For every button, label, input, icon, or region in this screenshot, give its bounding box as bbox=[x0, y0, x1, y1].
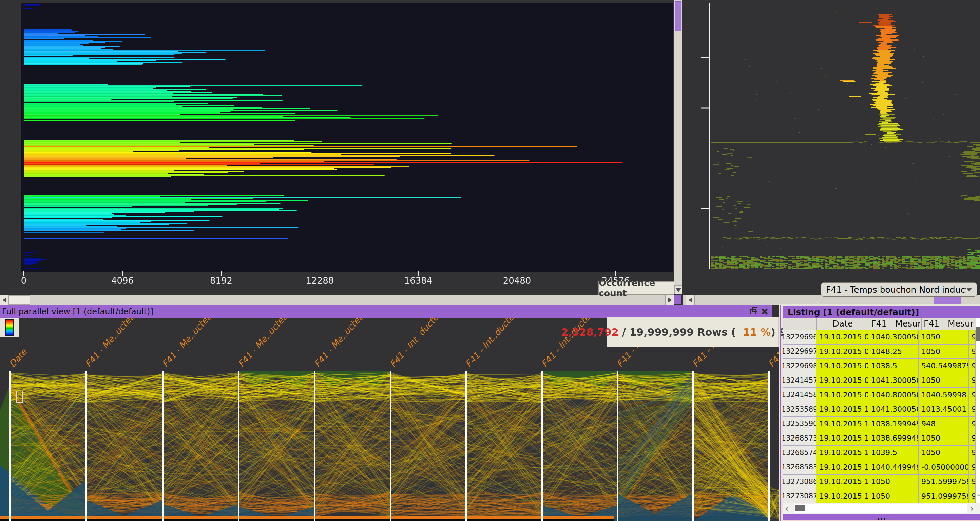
mesure1-cell[interactable]: 1040.4499499... bbox=[869, 460, 919, 475]
mesure1-cell[interactable]: 1040.8000500... bbox=[869, 388, 919, 402]
partial-cell[interactable]: 9 bbox=[969, 446, 975, 460]
listing-vertical-scrollbar[interactable]: ⌄ bbox=[975, 318, 980, 503]
table-row[interactable]: 1327308619.10.2015 17:...1050951.5999759… bbox=[783, 475, 975, 489]
partial-cell[interactable]: 9 bbox=[969, 417, 975, 432]
row-index-cell[interactable]: 13241458 bbox=[783, 388, 816, 402]
mesure2-cell[interactable]: 1050 bbox=[919, 344, 969, 359]
date-cell[interactable]: 19.10.2015 15:... bbox=[816, 431, 869, 446]
header-index[interactable] bbox=[783, 318, 817, 330]
mesure1-cell[interactable]: 1048.25 bbox=[869, 344, 919, 359]
scroll-left-button[interactable]: ‹ bbox=[785, 504, 788, 513]
partial-cell[interactable]: 9 bbox=[969, 388, 975, 402]
mesure2-cell[interactable]: 1050 bbox=[919, 373, 969, 388]
row-index-cell[interactable]: 13268583 bbox=[783, 460, 816, 475]
row-index-cell[interactable]: 13229698 bbox=[783, 359, 816, 373]
date-cell[interactable]: 19.10.2015 17:... bbox=[816, 489, 869, 504]
table-row[interactable]: 1326858319.10.2015 15:...1040.4499499...… bbox=[783, 460, 975, 475]
row-index-cell[interactable]: 13273087 bbox=[783, 489, 816, 504]
mesure1-cell[interactable]: 1040.3000500... bbox=[869, 330, 919, 344]
table-row[interactable]: 1325359019.10.2015 11:...1038.1999499...… bbox=[783, 417, 975, 432]
mesure1-cell[interactable]: 1041.3000500... bbox=[869, 373, 919, 388]
mesure2-cell[interactable]: 951.59997599... bbox=[919, 475, 969, 489]
row-index-cell[interactable]: 13268574 bbox=[783, 446, 816, 460]
row-index-cell[interactable]: 13229697 bbox=[783, 344, 816, 359]
listing-hscroll-thumb[interactable] bbox=[795, 505, 805, 511]
scroll-left-button[interactable] bbox=[686, 295, 695, 305]
date-cell[interactable]: 19.10.2015 08:... bbox=[816, 388, 869, 402]
header-mesure-1[interactable]: F41 - Mesure te bbox=[869, 318, 922, 330]
date-cell[interactable]: 19.10.2015 05:... bbox=[816, 359, 869, 373]
mesure2-cell[interactable]: 1050 bbox=[919, 330, 969, 344]
partial-cell[interactable]: 9 bbox=[969, 344, 975, 359]
mesure2-cell[interactable]: 1050 bbox=[919, 446, 969, 460]
row-index-cell[interactable]: 13268573 bbox=[783, 431, 816, 446]
mesure2-cell[interactable]: 951.09997599... bbox=[919, 489, 969, 504]
mesure1-cell[interactable]: 1041.3000500... bbox=[869, 402, 919, 417]
mesure1-cell[interactable]: 1050 bbox=[869, 475, 919, 489]
date-cell[interactable]: 19.10.2015 08:... bbox=[816, 373, 869, 388]
mesure1-cell[interactable]: 1038.6999499... bbox=[869, 431, 919, 446]
mesure2-cell[interactable]: 1040.59998 bbox=[919, 388, 969, 402]
partial-cell[interactable]: 9 bbox=[969, 373, 975, 388]
restore-window-button[interactable] bbox=[749, 307, 757, 316]
mesure1-cell[interactable]: 1039.5 bbox=[869, 446, 919, 460]
occurrence-count-button[interactable]: Occurrence count bbox=[598, 281, 674, 295]
header-date[interactable]: Date bbox=[817, 318, 869, 330]
close-window-button[interactable]: ❌︎ bbox=[760, 307, 769, 316]
row-index-cell[interactable]: 13253589 bbox=[783, 402, 816, 417]
mesure1-cell[interactable]: 1038.1999499... bbox=[869, 417, 919, 432]
date-cell[interactable]: 19.10.2015 15:... bbox=[816, 446, 869, 460]
mesure2-cell[interactable]: 1013.45001 bbox=[919, 402, 969, 417]
mesure2-cell[interactable]: -0.0500000006... bbox=[919, 460, 969, 475]
timeseries-hscroll-thumb[interactable] bbox=[934, 295, 961, 305]
histogram-vscroll-thumb[interactable] bbox=[675, 2, 681, 31]
date-cell[interactable]: 19.10.2015 05:... bbox=[816, 330, 869, 344]
listing-titlebar[interactable]: Listing [1 (default/default)] bbox=[783, 306, 980, 318]
mesure2-cell[interactable]: 540.54998799... bbox=[919, 359, 969, 373]
series-dropdown[interactable]: F41 - Temps bouchon Nord inducteur 2 bbox=[821, 282, 977, 296]
mesure2-cell[interactable]: 948 bbox=[919, 417, 969, 432]
more-rows-indicator[interactable]: ... bbox=[783, 513, 980, 520]
date-cell[interactable]: 19.10.2015 05:... bbox=[816, 344, 869, 359]
partial-cell[interactable]: 9 bbox=[969, 475, 975, 489]
table-row[interactable]: 1325358919.10.2015 11:...1041.3000500...… bbox=[783, 402, 975, 417]
row-index-cell[interactable]: 13273086 bbox=[783, 475, 816, 489]
table-row[interactable]: 1324145719.10.2015 08:...1041.3000500...… bbox=[783, 373, 975, 388]
parallel-view-titlebar[interactable]: Full parallel view [1 (default/default)]… bbox=[0, 305, 772, 318]
listing-vscroll-thumb[interactable] bbox=[976, 327, 980, 341]
listing-horizontal-scrollbar[interactable]: ‹ › bbox=[783, 503, 980, 513]
listing-hscroll-track[interactable] bbox=[794, 504, 967, 513]
row-index-cell[interactable]: 13253590 bbox=[783, 417, 816, 432]
scroll-right-button[interactable]: › bbox=[970, 504, 974, 513]
histogram-hscroll-thumb[interactable] bbox=[8, 295, 30, 305]
histogram-horizontal-scrollbar[interactable] bbox=[0, 295, 674, 305]
date-cell[interactable]: 19.10.2015 17:... bbox=[816, 475, 869, 489]
mesure1-cell[interactable]: 1050 bbox=[869, 489, 919, 504]
scroll-down-button[interactable]: ⌄ bbox=[976, 490, 980, 497]
table-row[interactable]: 1324145819.10.2015 08:...1040.8000500...… bbox=[783, 388, 975, 402]
partial-cell[interactable]: 9 bbox=[969, 359, 975, 373]
table-row[interactable]: 1322969719.10.2015 05:...1048.2510509 bbox=[783, 344, 975, 359]
row-index-cell[interactable]: 13229696 bbox=[783, 330, 816, 344]
table-row[interactable]: 1326857319.10.2015 15:...1038.6999499...… bbox=[783, 431, 975, 446]
table-row[interactable]: 1326857419.10.2015 15:...1039.510509 bbox=[783, 446, 975, 460]
scroll-left-button[interactable] bbox=[0, 295, 9, 305]
header-mesure-2[interactable]: F41 - Mesure te bbox=[922, 318, 974, 330]
row-index-cell[interactable]: 13241457 bbox=[783, 373, 816, 388]
histogram-vertical-scrollbar[interactable] bbox=[674, 0, 682, 294]
partial-cell[interactable]: 9 bbox=[969, 431, 975, 446]
mesure1-cell[interactable]: 1038.5 bbox=[869, 359, 919, 373]
table-row[interactable]: 1327308719.10.2015 17:...1050951.0999759… bbox=[783, 489, 975, 504]
partial-cell[interactable]: 9 bbox=[969, 460, 975, 475]
table-row[interactable]: 1322969619.10.2015 05:...1040.3000500...… bbox=[783, 330, 975, 344]
partial-cell[interactable]: 9 bbox=[969, 489, 975, 504]
color-scale-button[interactable] bbox=[0, 318, 19, 338]
date-cell[interactable]: 19.10.2015 11:... bbox=[816, 402, 869, 417]
partial-cell[interactable]: 9 bbox=[969, 330, 975, 344]
date-cell[interactable]: 19.10.2015 15:... bbox=[816, 460, 869, 475]
partial-cell[interactable]: 9 bbox=[969, 402, 975, 417]
date-cell[interactable]: 19.10.2015 11:... bbox=[816, 417, 869, 432]
mesure2-cell[interactable]: 1050 bbox=[919, 431, 969, 446]
scroll-down-button[interactable] bbox=[675, 285, 682, 294]
table-row[interactable]: 1322969819.10.2015 05:...1038.5540.54998… bbox=[783, 359, 975, 373]
